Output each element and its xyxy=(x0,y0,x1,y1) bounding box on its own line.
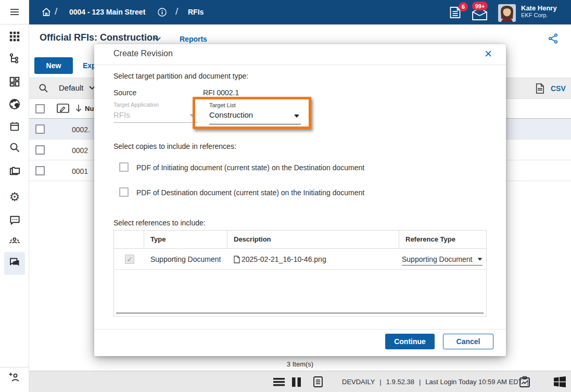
windows-logo-icon xyxy=(554,376,566,387)
user-menu[interactable]: Kate Henry EKF Corp. xyxy=(521,4,557,19)
avatar-photo xyxy=(498,4,516,22)
user-company: EKF Corp. xyxy=(521,12,557,19)
sidebar-item-apps[interactable] xyxy=(8,30,21,43)
activity-log-button[interactable] xyxy=(519,376,530,388)
row-number: 0002 xyxy=(72,146,88,155)
sidebar-item-dashboard[interactable] xyxy=(8,75,21,88)
messages-badge: 99+ xyxy=(472,2,488,10)
references-section-label: Select references to include: xyxy=(113,219,206,227)
people-group-icon xyxy=(8,234,21,247)
copy-initiating-checkbox[interactable] xyxy=(119,162,129,172)
view-selector-value: Default xyxy=(59,83,84,92)
row-number: 0001 xyxy=(72,167,88,175)
target-application-label: Target Application xyxy=(113,102,159,108)
top-navigation-bar: / 0004 - 123 Main Street / RFIs 6 99+ xyxy=(29,0,571,24)
user-name: Kate Henry xyxy=(521,4,557,12)
folders-icon xyxy=(9,165,21,176)
target-application-underline xyxy=(113,122,198,123)
last-login: Last Login Today 10:59 AM EDT xyxy=(425,378,522,386)
copy-initiating-label: PDF of Initiating document (current stat… xyxy=(136,163,364,172)
reference-checkbox-checked: ✓ xyxy=(125,255,134,264)
windows-button[interactable] xyxy=(554,376,566,387)
reference-type-value: Supporting Document xyxy=(402,255,472,263)
home-icon xyxy=(41,6,52,18)
detail-view-button[interactable] xyxy=(313,376,323,387)
calendar-icon xyxy=(9,121,20,132)
grid-search-button[interactable] xyxy=(38,83,49,94)
chevron-down-icon xyxy=(154,37,161,41)
breadcrumb-separator: / xyxy=(175,6,178,17)
copies-section-label: Select copies to include in references: xyxy=(113,142,236,150)
search-icon xyxy=(9,142,21,154)
breadcrumb-project[interactable]: 0004 - 123 Main Street xyxy=(69,8,145,16)
hamburger-menu-button[interactable] xyxy=(0,0,29,24)
row-checkbox[interactable] xyxy=(35,166,45,175)
clipboard-chart-icon xyxy=(519,376,530,388)
select-all-checkbox[interactable] xyxy=(35,104,45,113)
export-csv-button[interactable]: CSV xyxy=(535,83,566,94)
source-value: RFI 0002.1 xyxy=(203,88,239,97)
list-selector-dropdown[interactable] xyxy=(154,37,161,41)
dialog-title: Create Revision xyxy=(113,49,173,58)
sidebar-item-workflow[interactable] xyxy=(8,53,21,65)
dialog-header-divider xyxy=(94,65,506,65)
continue-button[interactable]: Continue xyxy=(385,334,435,349)
hamburger-icon xyxy=(8,6,21,18)
sidebar-item-search[interactable] xyxy=(8,141,21,154)
share-icon xyxy=(548,33,559,44)
view-selector-dropdown[interactable]: Default xyxy=(59,83,95,92)
sidebar-item-people[interactable] xyxy=(8,234,21,247)
dashboard-icon xyxy=(9,76,20,87)
sort-descending-icon xyxy=(75,104,82,112)
target-application-value: RFIs xyxy=(113,110,130,119)
version-number: 1.9.52.38 xyxy=(386,378,414,386)
number-column-header[interactable]: Nu xyxy=(75,104,94,112)
separator: | xyxy=(419,378,421,386)
forum-icon xyxy=(8,257,21,269)
share-button[interactable] xyxy=(548,33,559,44)
split-view-button[interactable] xyxy=(292,377,301,387)
target-section-label: Select target partition and document typ… xyxy=(113,72,248,80)
file-icon xyxy=(234,256,240,263)
row-checkbox[interactable] xyxy=(35,145,45,155)
redline-column-button[interactable] xyxy=(56,103,70,115)
cancel-button[interactable]: Cancel xyxy=(443,334,493,349)
copy-destination-checkbox[interactable] xyxy=(119,187,129,197)
target-list-label: Target List xyxy=(209,102,236,108)
target-list-underline xyxy=(209,124,301,124)
references-table-header: Type Description Reference Type xyxy=(114,231,486,249)
sidebar-item-settings[interactable]: ⚙ xyxy=(8,191,21,203)
list-view-icon xyxy=(273,378,285,386)
reference-row: ✓ Supporting Document 2025-02-21_16-10-4… xyxy=(114,249,486,270)
new-button[interactable]: New xyxy=(34,57,73,74)
avatar[interactable] xyxy=(498,4,516,22)
source-label: Source xyxy=(113,88,136,97)
caret-down-icon xyxy=(189,114,195,117)
separator: | xyxy=(379,378,381,386)
info-icon xyxy=(157,7,167,17)
row-checkbox[interactable] xyxy=(35,124,45,134)
sidebar-item-globe[interactable] xyxy=(8,98,21,110)
reference-type-dropdown[interactable]: Supporting Document xyxy=(402,255,483,265)
sidebar-item-messaging[interactable] xyxy=(8,257,21,269)
breadcrumb-app[interactable]: RFIs xyxy=(188,8,204,16)
globe-icon xyxy=(8,98,21,110)
sidebar-item-projects[interactable] xyxy=(8,164,21,176)
reference-type-cell: Supporting Document xyxy=(150,255,221,263)
close-icon[interactable]: ✕ xyxy=(484,48,492,59)
copy-destination-label: PDF of Destination document (current sta… xyxy=(136,188,364,197)
sidebar-item-calendar[interactable] xyxy=(8,120,21,133)
person-add-icon xyxy=(8,371,21,384)
home-breadcrumb-button[interactable] xyxy=(41,6,52,18)
sidebar-item-add-person[interactable] xyxy=(8,371,21,384)
page-title[interactable]: Official RFIs: Construction xyxy=(40,32,158,43)
table-scrollbar[interactable] xyxy=(116,312,484,314)
references-table: Type Description Reference Type ✓ Suppor… xyxy=(113,230,487,317)
reports-link[interactable]: Reports xyxy=(180,35,207,43)
list-view-button[interactable] xyxy=(273,378,285,386)
target-list-dropdown[interactable]: Construction xyxy=(209,110,301,120)
items-count: 3 Item(s) xyxy=(29,360,571,368)
sidebar-item-comments[interactable] xyxy=(8,213,21,226)
project-info-button[interactable] xyxy=(157,7,167,17)
breadcrumb-separator: / xyxy=(55,6,57,17)
